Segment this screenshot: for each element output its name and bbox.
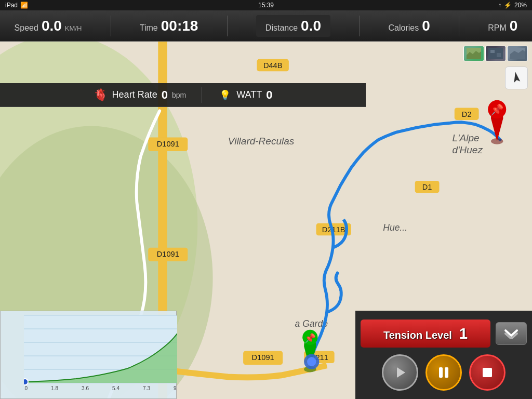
map-area: D526 D1091 D1091 D1091 D44B D211B D211 D… [0, 42, 532, 399]
svg-marker-40 [512, 71, 520, 83]
heart-rate-value: 0 [162, 88, 168, 102]
elevation-svg: 1850 1624 1398 1172 946 720 0.0 1.8 3.6 … [24, 315, 177, 391]
svg-text:D1091: D1091 [157, 140, 179, 148]
svg-text:D1091: D1091 [157, 250, 179, 258]
tension-value: 1 [459, 325, 468, 342]
hybrid-tile-btn[interactable] [507, 46, 528, 61]
navigation-button[interactable] [505, 66, 528, 89]
svg-text:D1: D1 [422, 183, 432, 191]
divider-3 [359, 16, 360, 36]
watt-value: 0 [266, 88, 272, 102]
stop-button[interactable] [469, 354, 506, 391]
speed-unit: KM/H [65, 24, 82, 32]
heart-rate-section: 🫀 Heart Rate 0 bpm [94, 88, 187, 102]
svg-rect-64 [483, 368, 492, 377]
divider-2 [227, 16, 228, 36]
speed-label: Speed [15, 23, 38, 33]
heart-icon: 🫀 [94, 88, 108, 102]
chevron-down-button[interactable] [496, 322, 527, 345]
svg-text:9.1: 9.1 [174, 385, 177, 391]
satellite-tile-btn[interactable] [485, 46, 506, 61]
divider-4 [459, 16, 459, 36]
svg-text:D44B: D44B [263, 61, 283, 70]
svg-point-34 [307, 357, 316, 366]
svg-text:d'Huez: d'Huez [452, 144, 483, 155]
svg-marker-61 [397, 367, 405, 378]
svg-rect-37 [490, 50, 495, 53]
distance-value: 0.0 [301, 18, 321, 34]
svg-text:📌: 📌 [304, 332, 316, 344]
bluetooth-icon: ⚡ [504, 2, 512, 9]
divider-1 [111, 16, 111, 36]
rpm-value: 0 [510, 18, 518, 34]
svg-text:3.6: 3.6 [82, 385, 89, 391]
svg-text:Villard-Reculas: Villard-Reculas [228, 136, 295, 147]
svg-point-60 [24, 379, 28, 385]
heart-rate-label: Heart Rate [112, 89, 157, 100]
svg-rect-62 [439, 367, 443, 378]
svg-rect-63 [445, 367, 448, 378]
calories-label: Calories [389, 23, 419, 33]
svg-text:1.8: 1.8 [51, 385, 58, 391]
heart-rate-unit: bpm [172, 91, 186, 99]
bottom-controls: Tension Level 1 [355, 311, 532, 399]
transport-controls [382, 354, 506, 391]
distance-metric: Distance 0.0 [256, 15, 330, 37]
time-label: Time [140, 23, 158, 33]
svg-text:D2: D2 [462, 110, 472, 118]
time-value: 00:18 [161, 18, 198, 34]
rpm-metric: RPM 0 [488, 18, 517, 34]
bulb-icon: 💡 [218, 88, 232, 102]
svg-text:📌: 📌 [490, 103, 504, 116]
terrain-tile-btn[interactable] [463, 46, 484, 61]
device-label: iPad [5, 2, 18, 9]
svg-text:5.4: 5.4 [112, 385, 119, 391]
wifi-icon: 📶 [20, 2, 28, 9]
rpm-label: RPM [488, 23, 507, 33]
svg-text:0.0: 0.0 [24, 385, 28, 391]
tension-label-text: Tension Level [383, 329, 452, 341]
clock: 15:39 [258, 2, 274, 9]
elevation-chart: 1850 1624 1398 1172 946 720 0.0 1.8 3.6 … [0, 311, 177, 399]
pause-button[interactable] [425, 354, 462, 391]
speed-value: 0.0 [42, 18, 62, 34]
time-metric: Time 00:18 [140, 18, 198, 34]
svg-text:L'Alpe: L'Alpe [452, 132, 479, 143]
watt-label: WATT [236, 89, 262, 100]
status-bar: iPad 📶 15:39 ↑ ⚡ 20% [0, 0, 532, 10]
metrics-bar: Speed 0.0 KM/H Time 00:18 Distance 0.0 C… [0, 10, 532, 42]
svg-text:Hue...: Hue... [383, 222, 407, 233]
watt-section: 💡 WATT 0 [218, 88, 272, 102]
hr-bar: 🫀 Heart Rate 0 bpm 💡 WATT 0 [0, 83, 366, 107]
speed-metric: Speed 0.0 KM/H [15, 18, 82, 34]
signal-icon: ↑ [498, 2, 501, 9]
calories-value: 0 [422, 18, 430, 34]
battery-label: 20% [514, 2, 527, 9]
map-tiles-selector [463, 46, 528, 61]
distance-label: Distance [265, 23, 298, 33]
play-button[interactable] [382, 354, 418, 391]
svg-rect-38 [497, 53, 501, 57]
svg-text:7.3: 7.3 [143, 385, 150, 391]
tension-level-display: Tension Level 1 [361, 320, 490, 348]
hr-divider [202, 87, 202, 103]
svg-text:D1091: D1091 [252, 353, 274, 362]
calories-metric: Calories 0 [389, 18, 430, 34]
tension-row: Tension Level 1 [361, 320, 527, 348]
